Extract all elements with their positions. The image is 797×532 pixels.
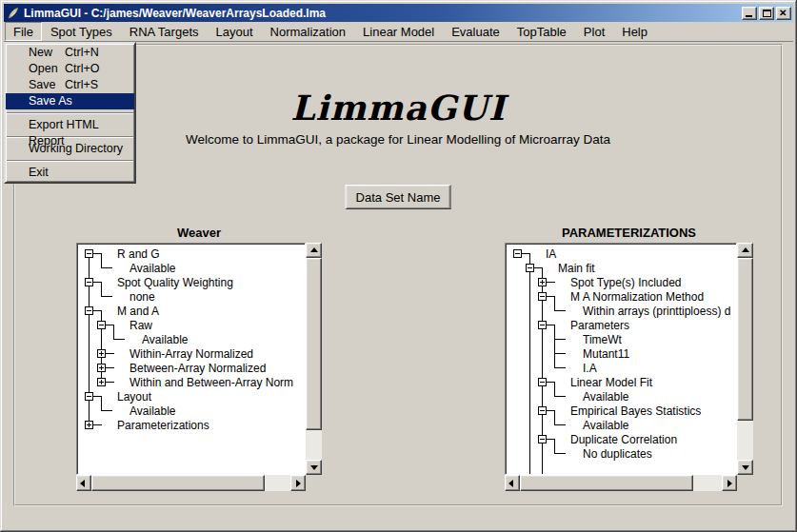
menubar-item-normalization[interactable]: Normalization (262, 22, 354, 41)
menubar-item-linear-model[interactable]: Linear Model (354, 22, 443, 41)
tree-row[interactable]: IA (508, 246, 736, 261)
tree-node-label[interactable]: Parameterizations (117, 419, 209, 432)
collapse-icon[interactable] (85, 392, 93, 401)
scroll-right-button[interactable] (722, 475, 737, 491)
tree-row[interactable]: Available (508, 418, 736, 432)
tree-node-label[interactable]: Within-Array Normalized (130, 347, 253, 361)
menubar-item-spot-types[interactable]: Spot Types (42, 22, 121, 41)
tree-row[interactable]: Between-Array Normalized (79, 361, 305, 375)
collapse-icon[interactable] (85, 306, 93, 315)
tree-row[interactable]: none (79, 289, 305, 304)
scroll-left-button[interactable] (505, 475, 520, 491)
tree-row[interactable]: Duplicate Correlation (508, 432, 736, 446)
tree-node-label[interactable]: Available (583, 419, 628, 432)
tree-node-label[interactable]: Available (583, 390, 628, 404)
tree-node-label[interactable]: Within and Between-Array Norm (130, 376, 293, 389)
file-menu-item-save[interactable]: SaveCtrl+S (6, 77, 134, 93)
scroll-up-button[interactable] (306, 243, 322, 258)
collapse-icon[interactable] (85, 249, 93, 258)
tree-node-label[interactable]: Linear Model Fit (570, 376, 652, 389)
collapse-icon[interactable] (538, 292, 547, 301)
tree-node-label[interactable]: Available (130, 404, 175, 418)
tree-node-label[interactable]: R and G (117, 247, 160, 261)
file-menu-item-exit[interactable]: Exit (6, 165, 134, 181)
tree-node-label[interactable]: Within arrays (printtiploess) d (583, 305, 730, 318)
tree-node-label[interactable]: TimeWt (583, 333, 622, 346)
tree-row[interactable]: Main fit (508, 261, 736, 275)
tree-node-label[interactable]: M A Normalization Method (570, 290, 704, 304)
weaver-tree-vertical-scrollbar[interactable] (306, 243, 322, 475)
expand-icon[interactable] (538, 278, 547, 286)
menubar-item-file[interactable]: File (5, 22, 42, 41)
tree-row[interactable]: Spot Quality Weighting (79, 275, 305, 289)
tree-node-label[interactable]: Available (142, 333, 188, 346)
parameterizations-tree-vertical-scrollbar[interactable] (737, 243, 753, 475)
maximize-button[interactable] (759, 7, 774, 20)
tree-node-label[interactable]: Layout (117, 390, 151, 404)
vertical-scroll-thumb[interactable] (306, 258, 322, 430)
tree-node-label[interactable]: Main fit (558, 262, 595, 275)
weaver-tree-canvas[interactable]: R and GAvailableSpot Quality Weightingno… (76, 243, 306, 475)
tree-node-label[interactable]: none (130, 290, 155, 304)
tree-node-label[interactable]: Mutant11 (583, 347, 629, 361)
title-bar[interactable]: LimmaGUI - C:/james/Weaver/WeaverArraysL… (4, 4, 793, 22)
tree-node-label[interactable]: M and A (117, 305, 159, 318)
scroll-left-button[interactable] (76, 475, 91, 491)
parameterizations-tree-horizontal-scrollbar[interactable] (505, 475, 737, 491)
tree-row[interactable]: Available (79, 261, 305, 275)
file-menu-item-save-as[interactable]: Save As (6, 93, 134, 109)
tree-node-label[interactable]: Available (130, 262, 175, 275)
tree-row[interactable]: Within and Between-Array Norm (79, 375, 305, 389)
collapse-icon[interactable] (526, 264, 534, 272)
tree-row[interactable]: Layout (79, 389, 305, 404)
tree-node-label[interactable]: Spot Type(s) Included (570, 276, 682, 289)
expand-icon[interactable] (97, 349, 106, 358)
menubar-item-help[interactable]: Help (613, 22, 656, 41)
tree-row[interactable]: Mutant11 (508, 346, 736, 361)
tree-row[interactable]: Parameterizations (79, 418, 305, 432)
tree-row[interactable]: No duplicates (508, 446, 736, 461)
menubar-item-layout[interactable]: Layout (208, 22, 262, 41)
tree-node-label[interactable]: IA (546, 247, 556, 261)
vertical-scroll-thumb[interactable] (737, 258, 753, 421)
tree-row[interactable]: Parameters (508, 318, 736, 332)
tree-node-label[interactable]: No duplicates (583, 447, 652, 461)
menubar-item-rna-targets[interactable]: RNA Targets (121, 22, 208, 41)
data-set-name-button[interactable]: Data Set Name (346, 185, 451, 209)
tree-row[interactable]: M A Normalization Method (508, 289, 736, 304)
tree-row[interactable]: Raw (79, 318, 305, 332)
tree-node-label[interactable]: Duplicate Correlation (570, 433, 677, 446)
tree-row[interactable]: R and G (79, 246, 305, 261)
tree-row[interactable]: M and A (79, 304, 305, 318)
tree-row[interactable]: Available (79, 332, 305, 346)
scroll-down-button[interactable] (306, 460, 322, 475)
minimize-button[interactable] (742, 7, 757, 20)
tree-node-label[interactable]: I.A (583, 362, 597, 375)
menubar-item-toptable[interactable]: TopTable (508, 22, 575, 41)
collapse-icon[interactable] (538, 406, 547, 415)
expand-icon[interactable] (85, 421, 93, 429)
tree-node-label[interactable]: Spot Quality Weighting (117, 276, 233, 289)
file-menu-item-working-directory[interactable]: Working Directory (6, 141, 134, 157)
tree-row[interactable]: TimeWt (508, 332, 736, 346)
horizontal-scroll-thumb[interactable] (91, 475, 265, 491)
file-menu-item-new[interactable]: NewCtrl+N (6, 45, 134, 61)
parameterizations-tree-canvas[interactable]: IAMain fitSpot Type(s) IncludedM A Norma… (505, 243, 737, 475)
tree-row[interactable]: Available (79, 404, 305, 418)
scroll-up-button[interactable] (737, 243, 753, 258)
horizontal-scroll-thumb[interactable] (520, 475, 693, 491)
collapse-icon[interactable] (85, 278, 93, 286)
collapse-icon[interactable] (513, 249, 522, 258)
tree-row[interactable]: Within-Array Normalized (79, 346, 305, 361)
file-menu-item-open[interactable]: OpenCtrl+O (6, 61, 134, 77)
tree-row[interactable]: Linear Model Fit (508, 375, 736, 389)
tree-node-label[interactable]: Parameters (570, 319, 629, 332)
collapse-icon[interactable] (538, 321, 547, 329)
tree-node-label[interactable]: Raw (130, 319, 152, 332)
tree-row[interactable]: I.A (508, 361, 736, 375)
tree-row[interactable]: Empirical Bayes Statistics (508, 404, 736, 418)
menubar-item-evaluate[interactable]: Evaluate (443, 22, 508, 41)
file-menu-item-export-html-report[interactable]: Export HTML Report (6, 117, 134, 133)
close-button[interactable]: ✕ (776, 7, 791, 20)
menubar-item-plot[interactable]: Plot (575, 22, 613, 41)
